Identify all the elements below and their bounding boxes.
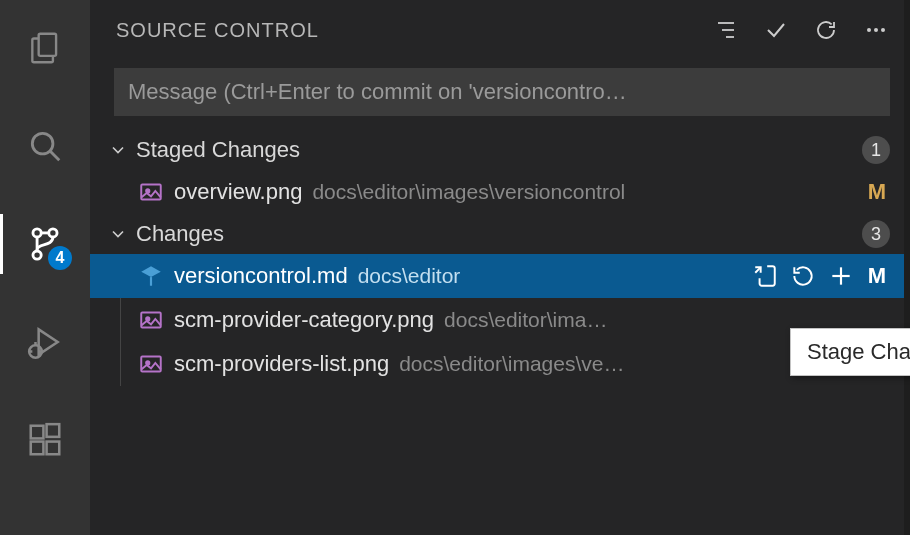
svg-rect-11 <box>31 442 44 455</box>
checkmark-icon <box>764 18 788 42</box>
file-row[interactable]: scm-providers-list.png docs\editor\image… <box>90 342 910 386</box>
refresh-icon <box>814 18 838 42</box>
files-icon <box>26 29 64 67</box>
scm-badge: 4 <box>48 246 72 270</box>
file-name: scm-providers-list.png <box>174 351 389 377</box>
commit-placeholder: Message (Ctrl+Enter to commit on 'versio… <box>128 79 627 105</box>
discard-changes-button[interactable] <box>790 263 816 289</box>
file-path: docs\editor\images\versioncontrol <box>312 180 625 204</box>
svg-rect-10 <box>31 426 44 439</box>
section-label: Changes <box>136 221 224 247</box>
activity-search[interactable] <box>0 116 90 176</box>
chevron-down-icon <box>108 224 128 244</box>
svg-rect-0 <box>39 34 56 56</box>
file-path: docs\editor <box>358 264 461 288</box>
image-file-icon <box>138 179 164 205</box>
file-name: scm-provider-category.png <box>174 307 434 333</box>
changes-list: versioncontrol.md docs\editor M scm-prov <box>90 254 910 386</box>
svg-point-18 <box>874 28 878 32</box>
stage-changes-button[interactable] <box>828 263 854 289</box>
stage-changes-tooltip: Stage Changes <box>790 328 910 376</box>
tree-icon <box>714 18 738 42</box>
staged-count-badge: 1 <box>862 136 890 164</box>
image-file-icon <box>138 351 164 377</box>
view-as-tree-button[interactable] <box>712 16 740 44</box>
panel-title: SOURCE CONTROL <box>116 19 712 42</box>
goto-file-icon <box>752 263 778 289</box>
more-actions-button[interactable] <box>862 16 890 44</box>
open-file-button[interactable] <box>752 263 778 289</box>
activity-bar: 4 <box>0 0 90 535</box>
commit-message-input[interactable]: Message (Ctrl+Enter to commit on 'versio… <box>114 68 890 116</box>
svg-point-5 <box>33 251 41 259</box>
svg-point-4 <box>33 229 41 237</box>
extensions-icon <box>26 421 64 459</box>
file-row[interactable]: overview.png docs\editor\images\versionc… <box>90 170 910 214</box>
file-row[interactable]: scm-provider-category.png docs\editor\im… <box>90 298 910 342</box>
undo-icon <box>790 263 816 289</box>
plus-icon <box>828 263 854 289</box>
svg-point-19 <box>881 28 885 32</box>
file-row-actions <box>752 263 854 289</box>
panel-header: SOURCE CONTROL <box>90 0 910 60</box>
panel-header-actions <box>712 16 890 44</box>
svg-point-1 <box>32 133 53 154</box>
refresh-button[interactable] <box>812 16 840 44</box>
file-path: docs\editor\ima… <box>444 308 607 332</box>
file-path: docs\editor\images\ve… <box>399 352 624 376</box>
svg-point-17 <box>867 28 871 32</box>
status-modified: M <box>864 179 890 205</box>
source-control-panel: SOURCE CONTROL <box>90 0 910 535</box>
section-changes[interactable]: Changes 3 <box>90 214 910 254</box>
chevron-down-icon <box>108 140 128 160</box>
status-modified: M <box>864 263 890 289</box>
markdown-file-icon <box>138 263 164 289</box>
activity-explorer[interactable] <box>0 18 90 78</box>
svg-rect-12 <box>47 442 60 455</box>
section-label: Staged Changes <box>136 137 300 163</box>
ellipsis-icon <box>864 18 888 42</box>
commit-button[interactable] <box>762 16 790 44</box>
file-name: versioncontrol.md <box>174 263 348 289</box>
debug-icon <box>26 323 64 361</box>
changes-count-badge: 3 <box>862 220 890 248</box>
image-file-icon <box>138 307 164 333</box>
file-name: overview.png <box>174 179 302 205</box>
svg-point-3 <box>49 229 57 237</box>
activity-debug[interactable] <box>0 312 90 372</box>
file-row[interactable]: versioncontrol.md docs\editor M <box>90 254 910 298</box>
activity-extensions[interactable] <box>0 410 90 470</box>
svg-rect-13 <box>47 424 60 437</box>
section-staged-changes[interactable]: Staged Changes 1 <box>90 130 910 170</box>
search-icon <box>26 127 64 165</box>
svg-line-2 <box>51 152 60 161</box>
activity-source-control[interactable]: 4 <box>0 214 90 274</box>
